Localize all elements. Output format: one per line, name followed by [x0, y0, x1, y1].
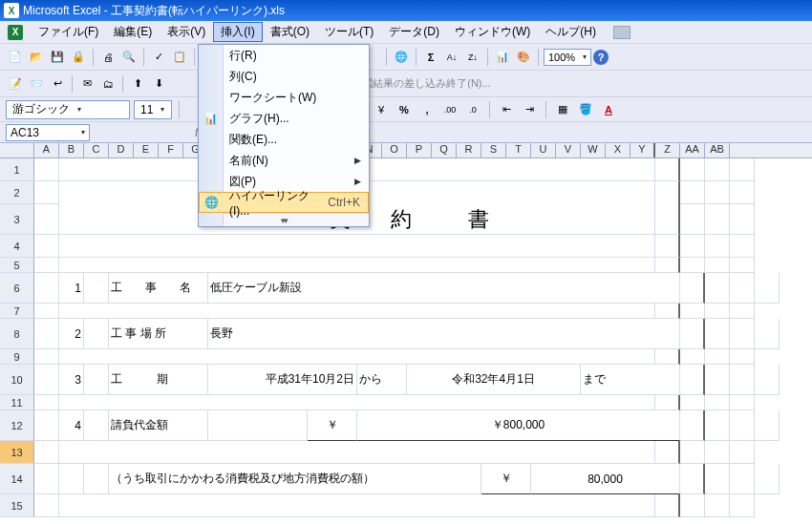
- cell[interactable]: [730, 319, 755, 349]
- cell[interactable]: [34, 181, 59, 204]
- insert-chart[interactable]: 📊グラフ(H)...: [199, 108, 369, 129]
- cell-H6-value[interactable]: 低圧ケーブル新設: [208, 273, 680, 304]
- cell[interactable]: [730, 410, 755, 441]
- cell[interactable]: [34, 464, 59, 494]
- rowhead-2[interactable]: 2: [0, 181, 34, 204]
- cell[interactable]: [34, 304, 59, 319]
- cell[interactable]: [705, 304, 730, 319]
- cell[interactable]: [680, 441, 705, 464]
- currency-icon[interactable]: ¥: [372, 100, 391, 119]
- cell[interactable]: [705, 410, 730, 441]
- cell[interactable]: [730, 258, 755, 273]
- menu-help[interactable]: ヘルプ(H): [538, 22, 604, 42]
- cell[interactable]: [730, 494, 755, 517]
- rowhead-10[interactable]: 10: [0, 365, 34, 395]
- sort-desc-icon[interactable]: Z↓: [463, 48, 482, 67]
- cell-D8-label[interactable]: 工 事 場 所: [109, 319, 208, 349]
- cell-amount2[interactable]: 80,000: [531, 464, 680, 494]
- insert-worksheet[interactable]: ワークシート(W): [199, 87, 369, 108]
- comma-icon[interactable]: ,: [417, 100, 437, 119]
- rowhead-5[interactable]: 5: [0, 258, 34, 273]
- cell[interactable]: [59, 395, 655, 410]
- review-icon[interactable]: 📝: [6, 74, 25, 94]
- cell[interactable]: [680, 365, 705, 395]
- cell[interactable]: [34, 158, 59, 181]
- cell[interactable]: [655, 494, 680, 517]
- cell-note[interactable]: （うち取引にかかわる消費税及び地方消費税の額）: [109, 464, 481, 494]
- review-icon3[interactable]: ↩: [48, 74, 67, 94]
- cell[interactable]: [730, 304, 755, 319]
- cell[interactable]: [59, 349, 655, 365]
- cell[interactable]: [705, 158, 730, 181]
- name-box[interactable]: AC13: [6, 124, 90, 141]
- rowhead-4[interactable]: 4: [0, 235, 34, 258]
- cell[interactable]: [655, 158, 680, 181]
- cell[interactable]: [680, 158, 705, 181]
- menu-data[interactable]: データ(D): [381, 22, 447, 42]
- cell[interactable]: [84, 273, 109, 304]
- print-icon[interactable]: 🖨: [98, 48, 118, 67]
- inc-indent-icon[interactable]: ⇥: [520, 100, 539, 119]
- cell[interactable]: [59, 464, 84, 494]
- cell[interactable]: [84, 464, 109, 494]
- cell[interactable]: [730, 235, 755, 258]
- cell[interactable]: [680, 494, 705, 517]
- cell[interactable]: [705, 464, 730, 494]
- cell[interactable]: [34, 235, 59, 258]
- cell[interactable]: [655, 304, 680, 319]
- cell[interactable]: [59, 441, 655, 464]
- help-icon[interactable]: ?: [593, 50, 609, 65]
- cell[interactable]: [730, 273, 755, 304]
- cell[interactable]: [705, 235, 730, 258]
- cell[interactable]: [755, 273, 780, 304]
- cell[interactable]: [705, 441, 730, 464]
- cell[interactable]: [755, 464, 780, 494]
- cell[interactable]: [730, 464, 755, 494]
- spell-icon[interactable]: ✓: [149, 48, 168, 67]
- menu-tools[interactable]: ツール(T): [317, 22, 381, 42]
- cell-B10[interactable]: 3: [59, 365, 84, 395]
- cell[interactable]: [84, 319, 109, 349]
- cell[interactable]: [730, 349, 755, 365]
- hyperlink-icon[interactable]: 🌐: [392, 48, 411, 67]
- cell-D6-label[interactable]: 工 事 名: [109, 273, 208, 304]
- cell[interactable]: [730, 441, 755, 464]
- review-icon4[interactable]: ✉: [77, 74, 96, 94]
- cell[interactable]: [680, 258, 705, 273]
- menu-edit[interactable]: 編集(E): [106, 22, 160, 42]
- cell[interactable]: [34, 319, 59, 349]
- cell[interactable]: [34, 204, 59, 235]
- rowhead-14[interactable]: 14: [0, 464, 34, 494]
- rowhead-3[interactable]: 3: [0, 204, 34, 235]
- menu-file[interactable]: ファイル(F): [31, 22, 106, 42]
- cell[interactable]: [705, 395, 730, 410]
- cell[interactable]: [59, 258, 655, 273]
- dec-decimal-icon[interactable]: .0: [463, 100, 482, 119]
- cell-yen2[interactable]: ￥: [481, 464, 531, 494]
- cell[interactable]: [705, 349, 730, 365]
- insert-cols[interactable]: 列(C): [199, 66, 369, 87]
- cell[interactable]: [730, 158, 755, 181]
- cell[interactable]: [34, 410, 59, 441]
- cell[interactable]: [705, 204, 730, 235]
- insert-hyperlink[interactable]: 🌐ハイパーリンク(I)...Ctrl+K: [199, 192, 369, 213]
- menu-format[interactable]: 書式(O): [263, 22, 317, 42]
- cell[interactable]: [680, 181, 705, 204]
- rowhead-11[interactable]: 11: [0, 395, 34, 410]
- chart-icon[interactable]: 📊: [493, 48, 512, 67]
- save-icon[interactable]: 💾: [48, 48, 67, 67]
- rowhead-1[interactable]: 1: [0, 158, 34, 181]
- zoom-combo[interactable]: 100%: [544, 49, 591, 66]
- cell[interactable]: [655, 181, 680, 204]
- insert-name[interactable]: 名前(N)▶: [199, 150, 369, 171]
- cell-to[interactable]: 令和32年4月1日: [407, 365, 581, 395]
- cell[interactable]: [84, 410, 109, 441]
- cell[interactable]: [680, 304, 705, 319]
- research-icon[interactable]: 📋: [170, 48, 189, 67]
- cell[interactable]: [655, 349, 680, 365]
- cell-B6[interactable]: 1: [59, 273, 84, 304]
- cell[interactable]: [655, 441, 680, 464]
- new-icon[interactable]: 📄: [6, 48, 25, 67]
- cell[interactable]: [705, 181, 730, 204]
- cell-made[interactable]: まで: [581, 365, 680, 395]
